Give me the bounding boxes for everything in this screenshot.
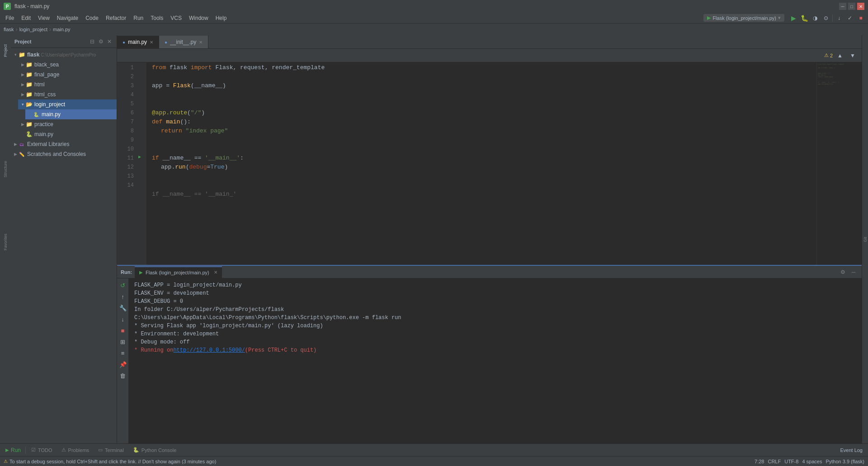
run-panel-settings[interactable]: ⚙ (838, 268, 847, 277)
code-content[interactable]: from flask import Flask, request, render… (146, 62, 816, 265)
tree-path-flask: C:\Users\alper\PycharmPro (41, 52, 96, 57)
menu-refactor[interactable]: Refactor (102, 14, 130, 22)
breadcrumb-flask[interactable]: flask (4, 27, 14, 32)
event-log-link[interactable]: Event Log (836, 447, 866, 453)
scroll-down-button[interactable]: ↓ (118, 314, 128, 324)
sidebar: Project ⊟ ⚙ ✕ ▾ 📁 flask C:\Users\alper\P… (11, 35, 117, 443)
favorites-icon[interactable]: Favorites (1, 229, 10, 256)
flask-url-link[interactable]: http://127.0.0.1:5000/ (173, 346, 245, 354)
menu-edit[interactable]: Edit (18, 14, 34, 22)
tree-item-ext-lib[interactable]: ▶ 🗂 External Libraries (11, 139, 117, 149)
run-panel-header: Run: ▶ Flask (login_project/main.py) ✕ ⚙… (117, 266, 862, 278)
menu-help[interactable]: Help (212, 14, 231, 22)
sidebar-close[interactable]: ✕ (106, 38, 113, 45)
menu-file[interactable]: File (2, 14, 18, 22)
tree-label-final-page: final_page (34, 71, 59, 78)
tab-terminal[interactable]: ▭ Terminal (94, 444, 128, 456)
tab-init-py[interactable]: ● __init__.py ✕ (159, 36, 208, 48)
status-linesep[interactable]: CRLF (768, 459, 781, 464)
status-python[interactable]: Python 3.9 (flask) (826, 459, 864, 464)
maximize-button[interactable]: □ (848, 3, 855, 10)
tree-label-flask: flask (27, 52, 39, 58)
status-bar: ⚠ To start a debug session, hold Ctrl+Sh… (0, 456, 868, 466)
menu-code[interactable]: Code (82, 14, 102, 22)
status-indent[interactable]: 4 spaces (802, 459, 822, 464)
tab-main-py[interactable]: ● main.py ✕ (117, 36, 159, 48)
prev-warning-btn[interactable]: ▲ (835, 51, 845, 61)
tab-close-main[interactable]: ✕ (150, 40, 153, 45)
pin-button[interactable]: 📌 (118, 359, 128, 369)
run-button-toolbar[interactable]: ▶ (788, 13, 799, 23)
tab-label-init: __init__.py (170, 39, 196, 45)
tree-item-final-page[interactable]: ▶ 📁 final_page (18, 70, 117, 80)
folder-icon-practice: 📁 (25, 121, 33, 128)
tab-python-console[interactable]: 🐍 Python Console (128, 444, 181, 456)
tree-item-black-sea[interactable]: ▶ 📁 black_sea (18, 60, 117, 70)
sidebar-settings[interactable]: ⚙ (97, 38, 104, 45)
tree-label-html-css: html_css (34, 91, 56, 98)
run-tab-close[interactable]: ✕ (214, 270, 217, 275)
close-button[interactable]: ✕ (857, 3, 864, 10)
tree-item-login-project[interactable]: ▾ 📂 login_project (18, 99, 117, 109)
run-config-selector[interactable]: ▶ Flask (login_project/main.py) ▾ (703, 14, 784, 22)
event-log-label: Event Log (840, 447, 863, 453)
tree-item-main-py[interactable]: 🐍 main.py (25, 109, 117, 119)
menu-vcs[interactable]: VCS (167, 14, 185, 22)
menu-run[interactable]: Run (130, 14, 147, 22)
run-panel-minimize[interactable]: ─ (849, 268, 858, 277)
tree-item-practice[interactable]: ▶ 📁 practice (18, 119, 117, 129)
tree-item-flask[interactable]: ▾ 📁 flask C:\Users\alper\PycharmPro (11, 50, 117, 60)
tree-label-html: html (34, 81, 45, 88)
tab-problems[interactable]: ⚠ Problems (57, 444, 94, 456)
bottom-tabs: ▶ Run ☑ TODO ⚠ Problems ▭ Terminal 🐍 Pyt… (0, 443, 868, 456)
run-tab-active[interactable]: ▶ Flask (login_project/main.py) ✕ (135, 266, 222, 278)
breadcrumb-login[interactable]: login_project (19, 27, 47, 32)
gutter: ▶ (137, 62, 146, 265)
format-button[interactable]: ≡ (118, 348, 128, 358)
tree-item-html[interactable]: ▶ 📁 html (18, 80, 117, 89)
minimize-button[interactable]: ─ (839, 3, 846, 10)
tab-label-terminal: Terminal (105, 447, 124, 453)
vcs-update-button[interactable]: ↓ (834, 13, 844, 23)
run-main-button[interactable]: ▶ Run (2, 444, 24, 456)
structure-icon[interactable]: Structure (1, 155, 10, 183)
run-config-label: Flask (login_project/main.py) (712, 15, 776, 21)
split-view-button[interactable]: ⊞ (118, 337, 128, 347)
run-icon: ▶ (5, 447, 9, 452)
tab-todo[interactable]: ☑ TODO (27, 444, 57, 456)
tree-item-html-css[interactable]: ▶ 📁 html_css (18, 89, 117, 99)
menu-view[interactable]: View (34, 14, 53, 22)
stop-button[interactable]: ■ (118, 325, 128, 335)
output-line-4: In folder C:/Users/alper/PycharmProjects… (134, 306, 856, 314)
coverage-button[interactable]: ◑ (810, 13, 821, 23)
trash-button[interactable]: 🗑 (118, 371, 128, 381)
tree-item-root-main[interactable]: 🐍 main.py (18, 129, 117, 139)
rerun-button[interactable]: ↺ (118, 280, 128, 290)
debug-button-toolbar[interactable]: 🐛 (799, 13, 810, 23)
tree-item-scratches[interactable]: ▶ ✏️ Scratches and Consoles (11, 149, 117, 159)
left-icon-bar: Project Structure Favorites (0, 35, 11, 443)
status-position[interactable]: 7:28 (755, 459, 764, 464)
wrench-button[interactable]: 🔧 (118, 303, 128, 313)
tab-label-python-console: Python Console (142, 447, 177, 453)
tab-close-init[interactable]: ✕ (199, 40, 203, 45)
tab-label-todo: TODO (38, 447, 52, 453)
menu-navigate[interactable]: Navigate (53, 14, 82, 22)
sidebar-collapse-all[interactable]: ⊟ (89, 38, 96, 45)
stop-run-button[interactable]: ■ (855, 13, 866, 23)
vcs-commit-button[interactable]: ✓ (844, 13, 855, 23)
folder-icon-login-project: 📂 (25, 101, 33, 108)
output-line-7: * Environment: development (134, 330, 856, 338)
menu-window[interactable]: Window (185, 14, 212, 22)
project-icon[interactable]: Project (1, 37, 10, 64)
status-encoding[interactable]: UTF-8 (784, 459, 798, 464)
profile-button[interactable]: ⊙ (821, 13, 831, 23)
menu-tools[interactable]: Tools (147, 14, 167, 22)
next-warning-btn[interactable]: ▼ (847, 51, 858, 61)
todo-icon: ☑ (31, 447, 36, 453)
scroll-up-button[interactable]: ↑ (118, 292, 128, 301)
run-label-bottom: Run (11, 447, 21, 453)
warning-badge[interactable]: ⚠ 2 (824, 52, 833, 58)
py-icon-root-main: 🐍 (25, 131, 33, 138)
breadcrumb-main[interactable]: main.py (53, 27, 71, 32)
